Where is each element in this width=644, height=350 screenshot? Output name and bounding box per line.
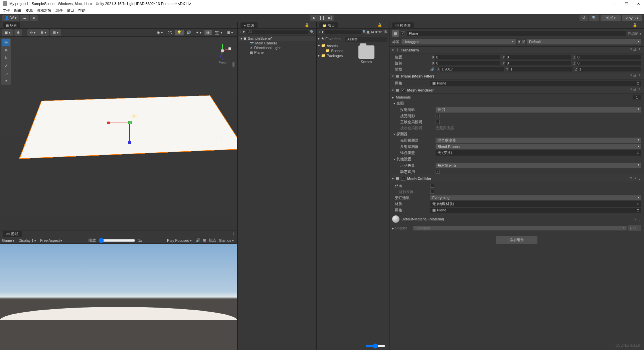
search-button[interactable]: 🔍 (589, 15, 599, 21)
scale-x[interactable] (440, 67, 504, 71)
draw-mode-button[interactable]: ⊕ (15, 30, 22, 35)
visibility-toggle[interactable]: 👁 (204, 30, 212, 35)
rotation-y[interactable] (505, 61, 571, 65)
menu-icon[interactable]: ⋮ (638, 88, 641, 92)
meshcollider-enabled[interactable] (401, 177, 405, 181)
move-tool[interactable]: ✥ (2, 46, 10, 54)
save-search-icon[interactable]: ★ (375, 30, 378, 34)
lighting-foldout[interactable]: ▾光照 (392, 100, 641, 107)
position-x[interactable] (435, 55, 500, 59)
link-icon[interactable]: 🔗 (430, 67, 434, 71)
2d-toggle[interactable]: 2D (166, 30, 174, 35)
menu-icon[interactable]: ⋮ (638, 48, 641, 52)
display-dropdown[interactable]: Display 1 (18, 238, 37, 242)
layer-dropdown[interactable]: Default (527, 39, 641, 44)
maximize-button[interactable]: ❐ (624, 2, 630, 6)
menu-icon[interactable]: ⋮ (638, 176, 641, 181)
scene-camera-settings[interactable]: 📷 ▾ (213, 30, 224, 35)
receive-shadows-checkbox[interactable] (436, 114, 440, 118)
game-tab[interactable]: 🎮 游戏 (3, 231, 22, 237)
aspect-dropdown[interactable]: Free Aspect (40, 238, 63, 242)
menu-help[interactable]: 帮助 (78, 8, 86, 13)
anchor-object-field[interactable]: 无 (变换) (436, 150, 641, 156)
audio-toggle[interactable]: 🔊 (184, 30, 193, 35)
collider-mesh-field[interactable]: ▦Plane (430, 208, 641, 213)
close-button[interactable]: ✕ (636, 2, 641, 6)
gizmo-x-axis[interactable] (109, 123, 129, 123)
hierarchy-item-plane[interactable]: ▦ Plane (238, 50, 316, 55)
pivot-rotation-button[interactable]: ⊕ ▾ (38, 30, 48, 35)
help-icon[interactable]: ? (634, 217, 636, 221)
meshcollider-header[interactable]: ▾ ▦ Mesh Collider ?⇄⋮ (389, 175, 644, 182)
material-header[interactable]: Default-Material (Material) ?⋮ (389, 214, 644, 224)
game-view[interactable] (0, 244, 237, 350)
game-panel-options[interactable]: ⋮ (231, 231, 235, 236)
lighting-toggle[interactable]: 💡 (175, 30, 184, 35)
preset-icon[interactable]: ⇄ (633, 176, 636, 181)
meshfilter-header[interactable]: ▾ ▦ Plane (Mesh Filter) ?⇄⋮ (389, 73, 644, 79)
project-search[interactable] (324, 30, 361, 34)
shading-mode-dropdown[interactable]: ▣ ▾ (2, 30, 13, 35)
menu-assets[interactable]: 资源 (25, 8, 33, 13)
rotate-tool[interactable]: ↻ (2, 54, 10, 61)
rect-tool[interactable]: ▭ (2, 69, 10, 77)
stats-button[interactable]: 状态 (209, 238, 216, 243)
vsync-icon[interactable]: ⊞ (203, 238, 206, 242)
transform-component-header[interactable]: ▾ ⊹ Transform ?⇄⋮ (389, 47, 644, 53)
favorites-node[interactable]: ▸★Favorites (317, 36, 344, 41)
static-dropdown[interactable]: 静态的 ▾ (628, 31, 641, 36)
scene-root[interactable]: ▾ ⬢ SampleScene* (238, 36, 316, 41)
play-focused-dropdown[interactable]: Play Focused (167, 238, 193, 242)
filter-by-label-icon[interactable]: 🏷 (371, 30, 374, 34)
tag-dropdown[interactable]: Untagged (401, 39, 516, 44)
edit-shader-button[interactable]: Edit... (628, 225, 641, 231)
menu-icon[interactable]: ⋮ (638, 74, 641, 78)
scale-tool[interactable]: ⤢ (2, 62, 10, 69)
search-icon[interactable]: 🔍 (362, 30, 366, 34)
create-dropdown[interactable]: + ▾ (240, 30, 245, 34)
account-button[interactable]: 👤W ▾ (2, 15, 19, 21)
preset-icon[interactable]: ⇄ (633, 48, 636, 52)
layers-dropdown[interactable]: 图层 (601, 15, 621, 21)
assets-node[interactable]: ▾📁Assets (317, 43, 344, 48)
menu-gameobject[interactable]: 游戏对象 (37, 8, 51, 13)
hierarchy-item-light[interactable]: ☀ Directional Light (238, 45, 316, 50)
rotation-x[interactable] (435, 61, 500, 65)
preset-icon[interactable]: ⇄ (633, 88, 636, 92)
contribute-gi-checkbox[interactable] (436, 120, 440, 124)
view-mode-label[interactable]: Persp (212, 61, 232, 64)
position-y[interactable] (505, 55, 571, 59)
project-zoom-slider[interactable] (365, 343, 385, 349)
menu-window[interactable]: 窗口 (67, 8, 74, 13)
active-checkbox[interactable] (401, 31, 405, 35)
mute-icon[interactable]: 🔊 (196, 238, 200, 242)
hierarchy-lock-icon[interactable]: 🔒 (305, 23, 309, 27)
hidden-packages-icon[interactable]: 👁 (378, 30, 382, 34)
scenes-node[interactable]: 📁Scenes (317, 48, 344, 53)
menu-component[interactable]: 组件 (55, 8, 63, 13)
dynamic-occlusion-checkbox[interactable] (436, 170, 440, 174)
add-component-button[interactable]: 添加组件 (496, 236, 537, 244)
cooking-dropdown[interactable]: Everything (430, 195, 641, 200)
menu-icon[interactable]: ⋮ (638, 217, 641, 221)
version-control-button[interactable]: ◈ (30, 15, 38, 21)
light-probes-dropdown[interactable]: 混合探测器 (436, 138, 641, 143)
inspector-lock-icon[interactable]: 🔒 (633, 23, 637, 27)
play-button[interactable]: ▶ (310, 15, 318, 21)
probes-foldout[interactable]: ▾探测器 (392, 131, 641, 137)
step-button[interactable]: ▶| (326, 15, 334, 21)
scene-panel-options[interactable]: ⋮ (231, 23, 235, 27)
project-tab[interactable]: 📁 项目 (319, 22, 338, 29)
arrow-right-icon[interactable]: ▸ (392, 226, 394, 230)
scene-camera-button[interactable]: ◉ ▾ (155, 30, 165, 35)
project-lock-icon[interactable]: 🔒 (377, 23, 382, 27)
project-breadcrumb[interactable]: Assets (345, 37, 387, 42)
rotation-z[interactable] (576, 61, 641, 65)
project-grid[interactable]: Assets Scenes (344, 35, 389, 350)
materials-label[interactable]: Materials (395, 95, 631, 99)
undo-history-button[interactable]: ↺ (580, 15, 588, 21)
gizmo-y-axis[interactable] (128, 121, 132, 124)
plane-object[interactable] (19, 95, 237, 159)
orientation-gizmo[interactable]: z Persp (212, 41, 232, 61)
folder-item-scenes[interactable]: Scenes (345, 45, 387, 64)
